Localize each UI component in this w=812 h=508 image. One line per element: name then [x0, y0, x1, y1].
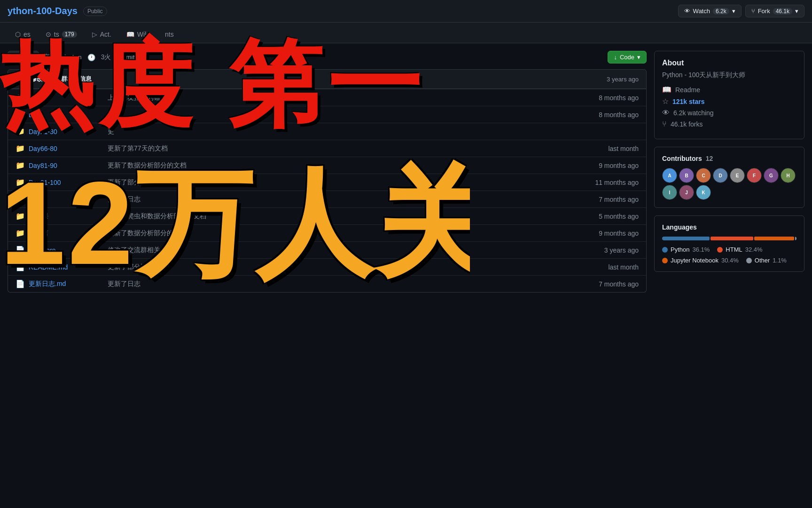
file-browser: ⎇ p ▾ 新 · is Jun 🕐 3火 ommits ↓ Code ▾ 修改…: [8, 51, 647, 500]
file-name[interactable]: 番外篇: [29, 229, 104, 238]
table-row[interactable]: 📄 .gitignore 修改了交流群相关信息 3 years ago: [8, 241, 646, 258]
star-icon: ☆: [662, 97, 669, 106]
main-content: ⎇ p ▾ 新 · is Jun 🕐 3火 ommits ↓ Code ▾ 修改…: [0, 43, 812, 508]
code-button[interactable]: ↓ Code ▾: [608, 51, 647, 64]
contributor-avatar[interactable]: H: [781, 168, 796, 183]
file-message: 更新了部分文档: [108, 178, 591, 187]
about-readme[interactable]: 📖 Readme: [662, 85, 796, 94]
file-message: 更新了日志: [108, 195, 595, 204]
file-message: 更新了数据分析部分的文档: [108, 161, 595, 170]
file-time: last month: [608, 145, 639, 152]
about-meta: 📖 Readme ☆ 121k stars 👁 6.2k watching ⑂ …: [662, 85, 796, 128]
file-name[interactable]: Day: [29, 111, 104, 119]
tab-insights[interactable]: nts: [157, 27, 181, 43]
watch-button[interactable]: 👁 Watch 6.2k ▾: [678, 5, 742, 17]
folder-icon: 📁: [16, 161, 25, 170]
about-stars[interactable]: ☆ 121k stars: [662, 97, 796, 106]
file-name[interactable]: 公开课: [29, 212, 104, 221]
tab-issues[interactable]: ⊙ ts 179: [38, 27, 85, 43]
tab-wiki[interactable]: 📖 Wik.: [119, 27, 157, 43]
about-watching[interactable]: 👁 6.2k watching: [662, 109, 796, 117]
file-message: 更新了第77天的文档: [108, 144, 604, 153]
file-message: 更: [108, 127, 635, 136]
python-segment: [662, 237, 710, 240]
contributor-avatar[interactable]: J: [679, 185, 694, 200]
wiki-icon: 📖: [126, 31, 134, 38]
table-row[interactable]: 📁 Day81-90 更新了数据分析部分的文档 9 months ago: [8, 157, 646, 174]
file-name[interactable]: res: [29, 196, 104, 203]
table-row[interactable]: 📁 res 更新了日志 7 months ago: [8, 190, 646, 207]
actions-icon: ▷: [92, 31, 97, 38]
jupyter-dot: [662, 258, 668, 263]
table-row[interactable]: 📄 README.md 更新了部分资源 last month: [8, 258, 646, 275]
table-row[interactable]: 📁 Day 8 months ago: [8, 106, 646, 123]
chevron-down-icon-fork: ▾: [795, 8, 798, 15]
file-icon: 📄: [16, 246, 25, 254]
file-name[interactable]: 更新日志.md: [29, 280, 104, 288]
fork-icon-about: ⑂: [662, 120, 667, 128]
file-name[interactable]: Day21-30: [29, 128, 104, 135]
contributors-title: Contributors 12: [662, 155, 796, 162]
download-icon: ↓: [614, 54, 617, 61]
commit-count: 3火: [101, 53, 111, 62]
folder-icon: 📁: [16, 195, 25, 204]
folder-icon: 📁: [16, 93, 25, 102]
repo-nav: ⬡ es ⊙ ts 179 ▷ Act. 📖 Wik. nts: [0, 23, 812, 43]
about-box: About Python - 100天从新手到大师 📖 Readme ☆ 121…: [654, 51, 804, 139]
contributor-avatar[interactable]: D: [713, 168, 728, 183]
file-time: 8 months ago: [599, 94, 639, 102]
sidebar: About Python - 100天从新手到大师 📖 Readme ☆ 121…: [654, 51, 804, 500]
file-message: 更新了日志: [108, 280, 595, 288]
contributor-avatar[interactable]: C: [696, 168, 711, 183]
repo-name[interactable]: ython-100-Days: [8, 6, 78, 16]
folder-icon: 📁: [16, 110, 25, 119]
about-forks[interactable]: ⑂ 46.1k forks: [662, 120, 796, 128]
issues-count: 179: [62, 31, 77, 38]
contributor-avatar[interactable]: I: [662, 185, 677, 200]
table-row[interactable]: 📁 Day91-100 更新了部分文档 11 months ago: [8, 174, 646, 190]
code-icon: ⬡: [15, 31, 21, 38]
contributor-avatar[interactable]: K: [696, 185, 711, 200]
contributors-avatars: A B C D E F G H I J K: [662, 168, 796, 200]
language-list: Python 36.1% HTML 32.4% Jupyter Notebook…: [662, 246, 796, 264]
contributor-avatar[interactable]: B: [679, 168, 694, 183]
table-row[interactable]: 📁 Day66-80 更新了第77天的文档 last month: [8, 140, 646, 157]
file-name[interactable]: Day91-100: [29, 179, 104, 186]
contributor-avatar[interactable]: E: [730, 168, 745, 183]
folder-icon: 📁: [16, 212, 25, 221]
contributor-avatar[interactable]: G: [764, 168, 779, 183]
file-icon: 📄: [16, 279, 25, 288]
table-row[interactable]: 📁 公开课 更新了爬虫和数据分析部分的文档 5 months ago: [8, 207, 646, 224]
meta-divider: ·: [57, 54, 59, 61]
language-bar: [662, 237, 796, 240]
file-name[interactable]: Day: [29, 94, 104, 102]
file-icon: 📄: [16, 262, 25, 271]
contributor-avatar[interactable]: F: [747, 168, 762, 183]
file-time: 8 months ago: [599, 111, 639, 119]
public-badge: Public: [83, 7, 107, 16]
chevron-down-icon: ▾: [732, 8, 735, 15]
file-name[interactable]: .gitignore: [29, 246, 104, 254]
folder-icon: 📁: [16, 229, 25, 238]
file-name[interactable]: Day66-80: [29, 145, 104, 152]
file-message: 更新了数据分析部分的文档: [108, 229, 595, 238]
tab-actions[interactable]: ▷ Act.: [85, 27, 119, 43]
file-message: 上了网友指出的错误: [108, 94, 595, 102]
folder-icon: 📁: [16, 178, 25, 187]
languages-title: Languages: [662, 223, 796, 231]
tab-code[interactable]: ⬡ es: [8, 27, 38, 43]
table-row[interactable]: 📄 更新日志.md 更新了日志 7 months ago: [8, 275, 646, 292]
file-name[interactable]: Day81-90: [29, 162, 104, 169]
fork-button[interactable]: ⑂ Fork 46.1k ▾: [745, 5, 804, 17]
table-row[interactable]: 📁 Day21-30 更: [8, 123, 646, 140]
table-row[interactable]: 📁 Day 上了网友指出的错误 8 months ago: [8, 89, 646, 106]
repo-meta-bar: ⎇ p ▾ 新 · is Jun 🕐 3火 ommits ↓ Code ▾: [8, 51, 647, 64]
contributor-avatar[interactable]: A: [662, 168, 677, 183]
branch-button[interactable]: ⎇ p ▾: [8, 51, 39, 64]
lang-item-html: HTML 32.4%: [717, 246, 762, 253]
table-row[interactable]: 📁 番外篇 更新了数据分析部分的文档 9 months ago: [8, 224, 646, 241]
file-name[interactable]: README.md: [29, 263, 104, 271]
file-time: 3 years ago: [604, 246, 639, 254]
about-title: About: [662, 59, 796, 67]
contributors-box: Contributors 12 A B C D E F G H I J K: [654, 147, 804, 208]
